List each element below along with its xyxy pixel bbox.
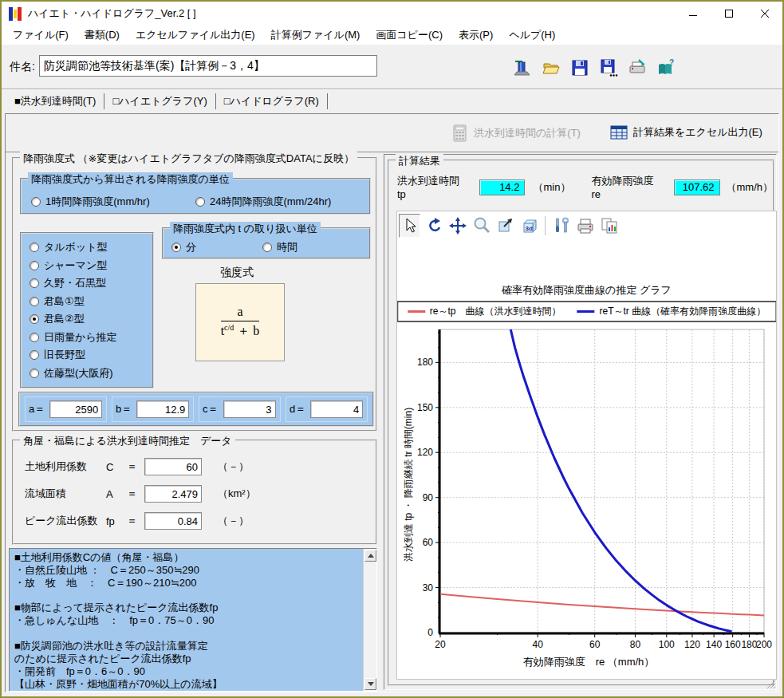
legend-item-ret-tr: reT～tr 曲線（確率有効降雨強度曲線）: [577, 305, 766, 318]
peak-runoff-coefficient-row: ピーク流出係数 fp ＝ （－）: [25, 511, 249, 530]
notes-scrollbar[interactable]: [363, 549, 376, 691]
3d-icon[interactable]: 3d: [518, 214, 540, 238]
radio-talbot[interactable]: タルボット型: [30, 240, 152, 254]
kadoya-fukushima-group: 角屋・福島による洪水到達時間推定 データ 土地利用係数 C ＝ （－） 流域面積…: [12, 440, 377, 545]
app-icon: [9, 6, 22, 21]
rain-intensity-group-legend: 降雨強度式 （※変更はハイエトグラフタブの降雨強度式DATAに反映）: [20, 152, 357, 166]
chart-title: 確率有効降雨強度曲線の推定 グラフ: [397, 283, 776, 298]
menu-file[interactable]: ファイル(F): [5, 26, 77, 45]
notes-textarea[interactable]: ■土地利用係数Cの値（角屋・福島） ・自然丘陵山地 ： C＝250～350≒29…: [9, 548, 377, 692]
param-a: a＝: [25, 396, 107, 422]
radio-sato-osaka[interactable]: 佐藤型(大阪府): [30, 366, 152, 381]
radio-dot: [31, 197, 41, 207]
plot: 0306090120150180204060801001201401601802…: [398, 321, 777, 677]
basin-area-row: 流域面積 A ＝ （km²）: [25, 484, 256, 503]
re-label: 有効降雨強度 re: [591, 174, 666, 200]
subject-input[interactable]: [39, 55, 377, 77]
chart-area: 3d 確率有効降雨強度曲線の推定 グラフ re～tp 曲線（洪水到達時間）: [396, 211, 777, 680]
calc-flood-time-button[interactable]: 洪水到達時間の計算(T): [452, 124, 581, 142]
right-panel: 計算結果 洪水到達時間 tp 14.2 （min） 有効降雨強度 re 107.…: [384, 154, 777, 690]
undo-icon[interactable]: [423, 214, 444, 238]
svg-text:90: 90: [423, 492, 434, 503]
svg-text:200: 200: [756, 639, 772, 650]
menu-documents[interactable]: 書類(D): [77, 26, 128, 45]
svg-text:?: ?: [669, 58, 674, 67]
maximize-button[interactable]: [711, 2, 747, 26]
tab-flood-arrival-time[interactable]: ■洪水到達時間(T): [8, 91, 102, 112]
tab-hyetograph[interactable]: □ハイエトグラフ(Y): [106, 91, 213, 112]
radio-1hr-intensity[interactable]: 1時間降雨強度(mm/hr): [31, 195, 150, 209]
legend-swatch-red: [408, 310, 425, 313]
main-panel: 洪水到達時間の計算(T) 計算結果をエクセル出力(E) 降雨強度式 （※変更はハ…: [5, 113, 779, 692]
radio-kimijima-2[interactable]: 君島②型: [30, 312, 152, 326]
radio-sherman[interactable]: シャーマン型: [30, 258, 152, 273]
radio-24hr-intensity[interactable]: 24時間降雨強度(mm/24hr): [195, 195, 331, 209]
svg-text:140: 140: [706, 639, 722, 650]
svg-text:150: 150: [417, 402, 433, 413]
svg-text:160: 160: [725, 639, 741, 650]
re-value: 107.62: [674, 179, 719, 195]
scroll-down-button[interactable]: [364, 678, 376, 690]
open-file-icon[interactable]: [541, 57, 561, 77]
tp-unit: （min）: [533, 180, 570, 195]
minimize-button[interactable]: [675, 2, 711, 26]
subject-label: 件名:: [10, 60, 35, 74]
param-d-input[interactable]: [310, 400, 363, 418]
excel-output-button[interactable]: 計算結果をエクセル出力(E): [610, 124, 762, 140]
notes-text: ■土地利用係数Cの値（角屋・福島） ・自然丘陵山地 ： C＝250～350≒29…: [14, 551, 360, 688]
scroll-up-button[interactable]: [364, 550, 376, 562]
param-b-input[interactable]: [136, 400, 189, 418]
tab-bar: ■洪水到達時間(T) □ハイエトグラフ(Y) □ハイドログラフ(R): [2, 89, 782, 113]
plot-svg: 0306090120150180204060801001201401601802…: [398, 321, 777, 674]
land-use-coefficient-input[interactable]: [144, 458, 202, 475]
svg-text:60: 60: [589, 639, 601, 650]
svg-text:3d: 3d: [525, 225, 532, 232]
close-button[interactable]: [747, 2, 782, 26]
title-bar: ハイエト・ハイドログラフ_Ver.2 [ ]: [2, 2, 782, 26]
calc-results-legend: 計算結果: [396, 154, 443, 168]
param-a-input[interactable]: [49, 400, 102, 418]
chart-legend: re～tp 曲線（洪水到達時間） reT～tr 曲線（確率有効降雨強度曲線）: [396, 301, 777, 322]
rain-intensity-group: 降雨強度式 （※変更はハイエトグラフタブの降雨強度式DATAに反映） 降雨強度式…: [12, 157, 377, 432]
radio-kimijima-1[interactable]: 君島①型: [30, 294, 152, 309]
peak-runoff-coefficient-input[interactable]: [144, 512, 202, 530]
pan-icon[interactable]: [447, 214, 468, 238]
menu-excel-output[interactable]: エクセルファイル出力(E): [128, 26, 263, 45]
copy-chart-icon[interactable]: [598, 214, 620, 238]
depth-icon[interactable]: [494, 214, 516, 238]
menu-bar: ファイル(F) 書類(D) エクセルファイル出力(E) 計算例ファイル(M) 画…: [2, 26, 782, 45]
excel-table-icon: [610, 124, 628, 140]
formula-type-list: タルボット型 シャーマン型 久野・石黒型 君島①型 君島②型 日雨量から推定 旧…: [20, 232, 154, 388]
land-use-coefficient-row: 土地利用係数 C ＝ （－）: [25, 457, 249, 476]
main-toolbar: ?: [512, 57, 676, 77]
zoom-icon[interactable]: [471, 214, 492, 238]
resize-grip[interactable]: [766, 678, 776, 692]
radio-minutes[interactable]: 分: [171, 240, 196, 254]
subject-bar: 件名: ?: [2, 45, 782, 89]
chart-print-icon[interactable]: [574, 214, 596, 238]
radio-old-nagano[interactable]: 旧長野型: [30, 348, 152, 362]
svg-text:20: 20: [435, 639, 446, 650]
tab-hydrograph[interactable]: □ハイドログラフ(R): [218, 91, 325, 112]
radio-kuno-ishiguro[interactable]: 久野・石黒型: [30, 276, 152, 290]
menu-view[interactable]: 表示(P): [451, 26, 501, 45]
status-bar: [2, 692, 782, 696]
basin-area-input[interactable]: [144, 485, 202, 503]
formula-title: 強度式: [189, 266, 285, 280]
chart-tools-icon[interactable]: [550, 214, 572, 238]
menu-screen-copy[interactable]: 画面コピー(C): [368, 26, 451, 45]
radio-daily-rain-estimate[interactable]: 日雨量から推定: [30, 330, 152, 345]
print-setup-icon[interactable]: [627, 57, 647, 77]
pointer-tool-icon[interactable]: [399, 214, 420, 238]
param-c-input[interactable]: [223, 400, 276, 418]
window-title: ハイエト・ハイドログラフ_Ver.2 [ ]: [28, 6, 196, 21]
menu-example-files[interactable]: 計算例ファイル(M): [263, 26, 368, 45]
svg-text:180: 180: [741, 639, 757, 650]
calculator-icon: [452, 124, 468, 142]
save-icon[interactable]: [569, 57, 589, 77]
menu-help[interactable]: ヘルプ(H): [501, 26, 563, 45]
exit-icon[interactable]: [512, 57, 532, 77]
save-as-icon[interactable]: [598, 57, 618, 77]
radio-hours[interactable]: 時間: [262, 240, 297, 254]
help-icon[interactable]: ?: [656, 57, 676, 77]
